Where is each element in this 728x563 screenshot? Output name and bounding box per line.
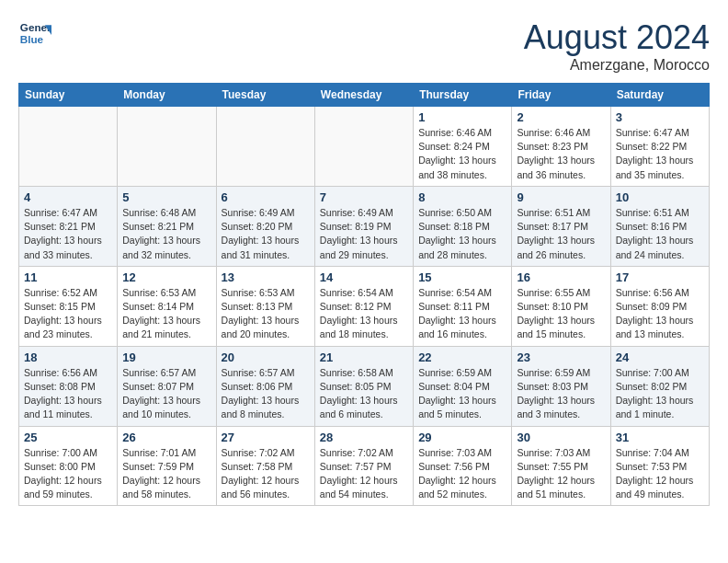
calendar-table: SundayMondayTuesdayWednesdayThursdayFrid… — [18, 83, 710, 506]
day-number: 18 — [24, 350, 112, 364]
day-number: 4 — [24, 190, 112, 204]
calendar-body: 1Sunrise: 6:46 AM Sunset: 8:24 PM Daylig… — [19, 107, 710, 506]
day-number: 5 — [122, 190, 210, 204]
calendar-day-cell: 7Sunrise: 6:49 AM Sunset: 8:19 PM Daylig… — [314, 186, 413, 266]
calendar-day-cell: 16Sunrise: 6:55 AM Sunset: 8:10 PM Dayli… — [512, 266, 610, 346]
day-info: Sunrise: 6:54 AM Sunset: 8:11 PM Dayligh… — [418, 286, 506, 342]
day-info: Sunrise: 6:49 AM Sunset: 8:19 PM Dayligh… — [320, 206, 408, 262]
day-info: Sunrise: 6:46 AM Sunset: 8:24 PM Dayligh… — [418, 126, 506, 182]
calendar-day-cell: 29Sunrise: 7:03 AM Sunset: 7:56 PM Dayli… — [414, 426, 512, 506]
day-number: 8 — [418, 190, 506, 204]
day-number: 22 — [418, 350, 506, 364]
calendar-header-cell: Saturday — [610, 84, 709, 107]
day-info: Sunrise: 6:57 AM Sunset: 8:06 PM Dayligh… — [222, 366, 310, 422]
day-info: Sunrise: 6:47 AM Sunset: 8:21 PM Dayligh… — [24, 206, 112, 262]
day-info: Sunrise: 6:59 AM Sunset: 8:03 PM Dayligh… — [517, 366, 605, 422]
calendar-day-cell: 1Sunrise: 6:46 AM Sunset: 8:24 PM Daylig… — [414, 107, 512, 187]
calendar-header-cell: Monday — [118, 84, 216, 107]
calendar-day-cell: 26Sunrise: 7:01 AM Sunset: 7:59 PM Dayli… — [118, 426, 216, 506]
calendar-day-cell: 5Sunrise: 6:48 AM Sunset: 8:21 PM Daylig… — [118, 186, 216, 266]
calendar-header-cell: Tuesday — [216, 84, 314, 107]
day-number: 2 — [517, 110, 605, 124]
day-info: Sunrise: 6:46 AM Sunset: 8:23 PM Dayligh… — [517, 126, 605, 182]
day-number: 25 — [24, 431, 112, 444]
calendar-day-cell — [314, 107, 413, 187]
calendar-day-cell — [118, 107, 216, 187]
day-number: 3 — [616, 110, 704, 124]
calendar-day-cell — [19, 107, 118, 187]
calendar-day-cell: 23Sunrise: 6:59 AM Sunset: 8:03 PM Dayli… — [512, 346, 610, 426]
calendar-header-cell: Thursday — [414, 84, 512, 107]
calendar-header-cell: Friday — [512, 84, 610, 107]
day-info: Sunrise: 7:04 AM Sunset: 7:53 PM Dayligh… — [616, 446, 704, 502]
day-info: Sunrise: 7:02 AM Sunset: 7:57 PM Dayligh… — [320, 446, 408, 502]
calendar-day-cell: 11Sunrise: 6:52 AM Sunset: 8:15 PM Dayli… — [19, 266, 118, 346]
subtitle: Amerzgane, Morocco — [524, 57, 710, 74]
calendar-day-cell: 9Sunrise: 6:51 AM Sunset: 8:17 PM Daylig… — [512, 186, 610, 266]
calendar-day-cell: 22Sunrise: 6:59 AM Sunset: 8:04 PM Dayli… — [414, 346, 512, 426]
day-number: 12 — [122, 270, 210, 284]
calendar-day-cell: 25Sunrise: 7:00 AM Sunset: 8:00 PM Dayli… — [19, 426, 118, 506]
logo-icon: General Blue — [18, 18, 51, 52]
calendar-day-cell: 28Sunrise: 7:02 AM Sunset: 7:57 PM Dayli… — [314, 426, 413, 506]
calendar-day-cell: 15Sunrise: 6:54 AM Sunset: 8:11 PM Dayli… — [414, 266, 512, 346]
calendar-week-row: 18Sunrise: 6:56 AM Sunset: 8:08 PM Dayli… — [19, 346, 710, 426]
day-info: Sunrise: 7:03 AM Sunset: 7:55 PM Dayligh… — [517, 446, 605, 502]
day-number: 30 — [517, 431, 605, 444]
day-info: Sunrise: 6:54 AM Sunset: 8:12 PM Dayligh… — [320, 286, 408, 342]
day-number: 9 — [517, 190, 605, 204]
day-info: Sunrise: 6:56 AM Sunset: 8:09 PM Dayligh… — [616, 286, 704, 342]
calendar-day-cell: 31Sunrise: 7:04 AM Sunset: 7:53 PM Dayli… — [610, 426, 709, 506]
day-number: 17 — [616, 270, 704, 284]
svg-text:Blue: Blue — [20, 33, 44, 45]
calendar-week-row: 11Sunrise: 6:52 AM Sunset: 8:15 PM Dayli… — [19, 266, 710, 346]
day-number: 6 — [222, 190, 310, 204]
calendar-day-cell: 4Sunrise: 6:47 AM Sunset: 8:21 PM Daylig… — [19, 186, 118, 266]
day-number: 13 — [222, 270, 310, 284]
calendar-day-cell: 14Sunrise: 6:54 AM Sunset: 8:12 PM Dayli… — [314, 266, 413, 346]
calendar-day-cell: 27Sunrise: 7:02 AM Sunset: 7:58 PM Dayli… — [216, 426, 314, 506]
calendar-day-cell: 17Sunrise: 6:56 AM Sunset: 8:09 PM Dayli… — [610, 266, 709, 346]
day-number: 26 — [122, 431, 210, 444]
day-info: Sunrise: 6:56 AM Sunset: 8:08 PM Dayligh… — [24, 366, 112, 422]
day-number: 16 — [517, 270, 605, 284]
day-info: Sunrise: 6:51 AM Sunset: 8:16 PM Dayligh… — [616, 206, 704, 262]
day-info: Sunrise: 6:53 AM Sunset: 8:13 PM Dayligh… — [222, 286, 310, 342]
day-info: Sunrise: 6:51 AM Sunset: 8:17 PM Dayligh… — [517, 206, 605, 262]
day-info: Sunrise: 7:00 AM Sunset: 8:00 PM Dayligh… — [24, 446, 112, 502]
day-number: 28 — [320, 431, 408, 444]
calendar-day-cell: 3Sunrise: 6:47 AM Sunset: 8:22 PM Daylig… — [610, 107, 709, 187]
logo: General Blue — [18, 18, 55, 52]
calendar-day-cell: 10Sunrise: 6:51 AM Sunset: 8:16 PM Dayli… — [610, 186, 709, 266]
day-info: Sunrise: 6:55 AM Sunset: 8:10 PM Dayligh… — [517, 286, 605, 342]
calendar-day-cell: 24Sunrise: 7:00 AM Sunset: 8:02 PM Dayli… — [610, 346, 709, 426]
day-number: 1 — [418, 110, 506, 124]
calendar-day-cell — [216, 107, 314, 187]
calendar-day-cell: 6Sunrise: 6:49 AM Sunset: 8:20 PM Daylig… — [216, 186, 314, 266]
main-title: August 2024 — [524, 18, 710, 57]
day-info: Sunrise: 7:02 AM Sunset: 7:58 PM Dayligh… — [222, 446, 310, 502]
day-info: Sunrise: 6:50 AM Sunset: 8:18 PM Dayligh… — [418, 206, 506, 262]
day-info: Sunrise: 6:48 AM Sunset: 8:21 PM Dayligh… — [122, 206, 210, 262]
day-number: 19 — [122, 350, 210, 364]
calendar-header-row: SundayMondayTuesdayWednesdayThursdayFrid… — [19, 84, 710, 107]
calendar-day-cell: 18Sunrise: 6:56 AM Sunset: 8:08 PM Dayli… — [19, 346, 118, 426]
calendar-day-cell: 8Sunrise: 6:50 AM Sunset: 8:18 PM Daylig… — [414, 186, 512, 266]
day-number: 21 — [320, 350, 408, 364]
day-number: 7 — [320, 190, 408, 204]
calendar-week-row: 1Sunrise: 6:46 AM Sunset: 8:24 PM Daylig… — [19, 107, 710, 187]
day-number: 24 — [616, 350, 704, 364]
day-info: Sunrise: 7:01 AM Sunset: 7:59 PM Dayligh… — [122, 446, 210, 502]
day-number: 20 — [222, 350, 310, 364]
day-number: 10 — [616, 190, 704, 204]
calendar-day-cell: 30Sunrise: 7:03 AM Sunset: 7:55 PM Dayli… — [512, 426, 610, 506]
calendar-day-cell: 12Sunrise: 6:53 AM Sunset: 8:14 PM Dayli… — [118, 266, 216, 346]
day-info: Sunrise: 6:53 AM Sunset: 8:14 PM Dayligh… — [122, 286, 210, 342]
day-number: 15 — [418, 270, 506, 284]
calendar-day-cell: 21Sunrise: 6:58 AM Sunset: 8:05 PM Dayli… — [314, 346, 413, 426]
day-info: Sunrise: 6:49 AM Sunset: 8:20 PM Dayligh… — [222, 206, 310, 262]
day-info: Sunrise: 7:00 AM Sunset: 8:02 PM Dayligh… — [616, 366, 704, 422]
day-number: 31 — [616, 431, 704, 444]
day-number: 27 — [222, 431, 310, 444]
calendar-week-row: 25Sunrise: 7:00 AM Sunset: 8:00 PM Dayli… — [19, 426, 710, 506]
